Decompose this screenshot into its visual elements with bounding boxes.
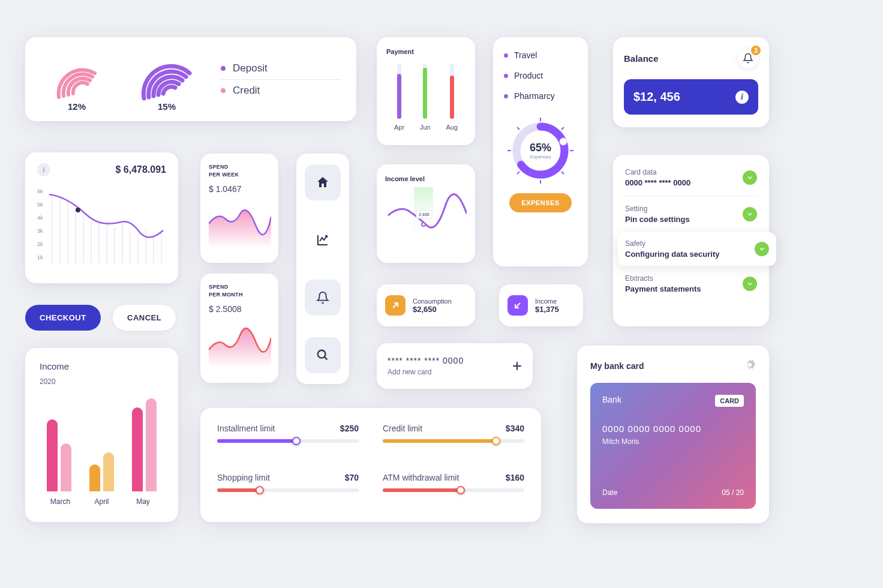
plus-icon: + (512, 356, 522, 376)
deposit-arc: 12% (41, 49, 113, 109)
payment-bars: Apr Jun Aug (386, 64, 465, 131)
notification-badge: 3 (751, 46, 761, 55)
spend-week-value: $ 1.0467 (209, 184, 270, 194)
atm-slider[interactable] (383, 488, 524, 492)
svg-text:4k: 4k (37, 215, 43, 221)
cancel-button[interactable]: CANCEL (113, 305, 176, 331)
expenses-donut: 65%Expenses (507, 118, 573, 184)
spend-month-value: $ 2.5008 (209, 304, 270, 314)
nav-rail (296, 154, 349, 384)
area-chart-card: i $ 6,478.091 6k5k4k3k2k1k (25, 152, 178, 283)
income-year: 2020 (40, 377, 164, 386)
svg-point-32 (76, 208, 80, 212)
balance-amount: $12, 456 i (624, 79, 758, 115)
income-tooltip: 2,460 (419, 212, 430, 217)
nav-home[interactable] (305, 164, 341, 200)
shopping-limit: Shopping limit$70 (217, 473, 359, 506)
payment-card: Payment Apr Jun Aug (377, 37, 475, 145)
add-card-button[interactable]: **** **** **** 0000Add new card + (377, 343, 533, 389)
credit-arc-value: 15% (131, 101, 203, 112)
deposit-credit-banner: 12% 15% Deposit Credit (25, 37, 356, 121)
expenses-button[interactable]: EXPENSES (509, 193, 571, 212)
arrow-down-left-icon (507, 295, 528, 316)
atm-limit: ATM withdrawal limit$160 (383, 473, 524, 506)
balance-title: Balance (624, 53, 659, 64)
credit-arc: 15% (131, 49, 203, 109)
installment-limit: Installment limit$250 (217, 424, 359, 457)
chevron-down-icon (743, 277, 757, 291)
svg-text:2k: 2k (37, 241, 43, 247)
nav-chart[interactable] (305, 222, 341, 258)
spend-week-label: SPENDPER WEEK (209, 163, 270, 178)
category-travel[interactable]: Travel (504, 50, 577, 60)
credit-slider[interactable] (383, 439, 524, 443)
deposit-arc-value: 12% (41, 101, 113, 112)
settings-list: Card data0000 **** **** 0000 SettingPin … (613, 155, 769, 326)
chevron-down-icon (755, 242, 769, 256)
chevron-down-icon (743, 170, 757, 185)
arrow-up-right-icon (385, 295, 406, 316)
svg-line-34 (325, 357, 328, 360)
legend-credit: Credit (221, 80, 341, 101)
spend-per-week-card: SPENDPER WEEK $ 1.0467 (200, 154, 278, 263)
nav-bell[interactable] (305, 280, 341, 316)
spend-month-label: SPENDPER MONTH (209, 283, 270, 298)
info-icon[interactable]: i (735, 91, 749, 104)
svg-point-37 (422, 223, 425, 226)
consumption-stat[interactable]: Consumption$2,650 (377, 284, 475, 326)
checkout-button[interactable]: CHECKOUT (25, 305, 101, 331)
banner-legend: Deposit Credit (221, 58, 341, 101)
income-level-title: Income level (385, 175, 467, 182)
svg-line-39 (393, 303, 398, 308)
svg-text:1k: 1k (37, 254, 43, 260)
installment-slider[interactable] (217, 439, 359, 443)
balance-card: Balance 3 $12, 456 i (613, 37, 769, 127)
svg-point-33 (318, 350, 326, 358)
notification-bell[interactable]: 3 (738, 48, 758, 68)
bank-card-panel: My bank card BankCARD 0000 0000 0000 000… (577, 346, 769, 523)
area-chart-value: $ 6,478.091 (115, 164, 166, 175)
credit-card[interactable]: BankCARD 0000 0000 0000 0000 Mitch Moris… (590, 383, 756, 509)
svg-text:6k: 6k (37, 188, 43, 194)
shopping-slider[interactable] (217, 488, 359, 492)
settings-card-data[interactable]: Card data0000 **** **** 0000 (625, 168, 757, 187)
nav-search[interactable] (305, 337, 341, 373)
legend-deposit: Deposit (221, 58, 341, 79)
svg-line-40 (515, 303, 520, 308)
credit-limit: Credit limit$340 (383, 424, 524, 457)
category-product[interactable]: Product (504, 71, 577, 80)
income-level-card: Income level 2,460 (377, 164, 475, 263)
svg-text:5k: 5k (37, 202, 43, 208)
category-pharmacy[interactable]: Pharmarcy (504, 91, 577, 101)
payment-title: Payment (386, 48, 465, 55)
spend-per-month-card: SPENDPER MONTH $ 2.5008 (200, 274, 278, 383)
categories-card: Travel Product Pharmarcy 65%Expenses EXP… (493, 37, 588, 266)
info-icon[interactable]: i (37, 163, 50, 176)
income-bar-chart: Income 2020 MarchAprilMay (25, 348, 178, 522)
income-stat[interactable]: Income$1,375 (499, 284, 583, 326)
gear-icon[interactable] (744, 359, 756, 373)
settings-pin[interactable]: SettingPin code settings (625, 205, 757, 224)
svg-text:3k: 3k (37, 228, 43, 234)
settings-safety[interactable]: SafetyConfiguring data security (618, 232, 776, 266)
settings-extracts[interactable]: EtxtractsPayment statements (625, 274, 757, 293)
limits-card: Installment limit$250 Credit limit$340 S… (200, 408, 541, 522)
income-title: Income (40, 361, 164, 371)
chevron-down-icon (743, 207, 757, 221)
